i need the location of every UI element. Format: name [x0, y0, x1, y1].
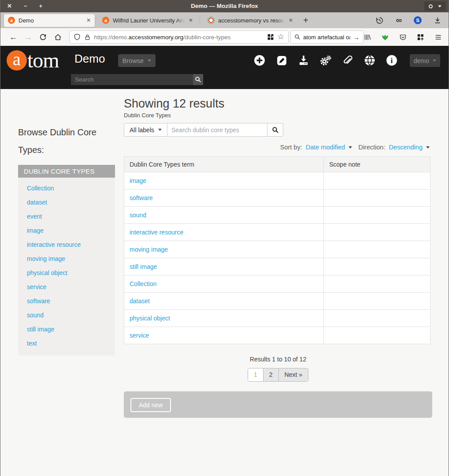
- toolbar-right-icons: [364, 33, 449, 41]
- scope-note-cell: [324, 310, 430, 327]
- menu-item: interactive resource: [18, 238, 115, 252]
- global-search: [71, 74, 203, 85]
- tab-close-icon[interactable]: ✕: [189, 17, 193, 23]
- titlebar-menu[interactable]: [424, 1, 446, 11]
- menu-item-link[interactable]: moving image: [27, 255, 65, 262]
- atom-favicon-icon: a: [8, 17, 15, 24]
- library-icon[interactable]: [364, 33, 371, 41]
- admin-gears-icon[interactable]: [320, 55, 331, 66]
- sort-by-value-link[interactable]: Date modified: [306, 144, 345, 151]
- pocket-icon[interactable]: [399, 33, 407, 41]
- term-link[interactable]: software: [130, 194, 153, 201]
- resourcespace-favicon-icon: [208, 17, 215, 24]
- menu-item-link[interactable]: software: [27, 298, 50, 305]
- filter-search-button[interactable]: [267, 123, 283, 137]
- global-search-input[interactable]: [71, 74, 193, 85]
- menu-item: physical object: [18, 266, 115, 280]
- new-tab-button[interactable]: +: [303, 15, 308, 26]
- results-main: Showing 12 results Dublin Core Types All…: [124, 97, 432, 418]
- filter-search-input[interactable]: [167, 123, 267, 137]
- url-bar[interactable]: https://demo.accesstomemory.org/dublin-c…: [69, 30, 289, 44]
- sort-by-label: Sort by:: [280, 144, 302, 151]
- next-page-link[interactable]: Next »: [278, 368, 308, 381]
- extensions-grid-plus-icon[interactable]: [417, 33, 424, 41]
- menu-item-link[interactable]: physical object: [27, 269, 67, 276]
- home-button[interactable]: [51, 33, 66, 41]
- info-icon[interactable]: i: [386, 55, 397, 66]
- menu-item-link[interactable]: image: [27, 227, 44, 234]
- language-globe-icon[interactable]: [364, 55, 375, 66]
- tab-close-icon[interactable]: ✕: [289, 17, 293, 23]
- all-labels-dropdown[interactable]: All labels: [124, 123, 167, 137]
- tab-demo[interactable]: a Demo ✕: [4, 14, 95, 27]
- menu-item-link[interactable]: text: [27, 340, 37, 347]
- add-new-button[interactable]: Add new: [130, 398, 171, 412]
- lock-icon[interactable]: [84, 34, 91, 41]
- import-icon[interactable]: [298, 55, 309, 66]
- term-link[interactable]: Collection: [130, 280, 156, 287]
- edit-icon[interactable]: [276, 55, 287, 66]
- atom-logo[interactable]: a tom: [7, 50, 59, 71]
- menu-item-link[interactable]: service: [27, 283, 46, 290]
- url-text: https://demo.accesstomemory.org/dublin-c…: [94, 34, 263, 41]
- clipboard-paperclip-icon[interactable]: [342, 55, 353, 66]
- term-link[interactable]: still image: [130, 263, 157, 270]
- tracking-shield-icon[interactable]: [74, 33, 81, 41]
- term-link[interactable]: physical object: [130, 315, 170, 322]
- menu-item-link[interactable]: dataset: [27, 199, 47, 206]
- tab-accesstomemory-vs-resourcespace[interactable]: accesstomemory vs resourcespac ✕: [204, 14, 297, 27]
- screenshot-grid-icon[interactable]: [267, 33, 274, 41]
- table-row: image: [124, 172, 430, 190]
- menu-item: moving image: [18, 252, 115, 266]
- sidebar-heading: Browse Dublin Core Types:: [18, 123, 115, 159]
- tab-close-icon[interactable]: ✕: [86, 17, 91, 23]
- tab-label: Demo: [19, 17, 83, 24]
- forward-button[interactable]: →: [21, 33, 36, 42]
- menu-item-link[interactable]: interactive resource: [27, 241, 81, 248]
- scope-note-cell: [324, 275, 430, 293]
- term-link[interactable]: moving image: [130, 246, 168, 253]
- scope-note-cell: [324, 207, 430, 224]
- user-menu-button[interactable]: demo: [410, 54, 440, 67]
- hamburger-menu-icon[interactable]: [434, 33, 442, 41]
- direction-value-link[interactable]: Descending: [389, 144, 423, 151]
- scope-note-cell: [324, 293, 430, 310]
- menu-item-link[interactable]: Collection: [27, 185, 54, 192]
- term-link[interactable]: sound: [130, 212, 146, 219]
- atom-logo-tom: tom: [27, 50, 59, 71]
- window-title: Demo — Mozilla Firefox: [0, 0, 449, 12]
- firefox-view-infinity-icon[interactable]: ∞: [396, 16, 402, 24]
- downloads-icon[interactable]: [434, 16, 442, 24]
- table-row: Collection: [124, 275, 430, 293]
- term-link[interactable]: interactive resource: [130, 229, 183, 236]
- global-search-button[interactable]: [193, 74, 203, 85]
- bookmark-star-icon[interactable]: ☆: [278, 33, 284, 41]
- menu-item-link[interactable]: event: [27, 213, 42, 220]
- results-table: Dublin Core Types term Scope note image …: [124, 156, 430, 344]
- term-link[interactable]: dataset: [130, 298, 150, 305]
- add-icon[interactable]: [254, 55, 265, 66]
- page-2-link[interactable]: 2: [263, 368, 278, 381]
- menu-item: still image: [18, 322, 115, 336]
- back-button[interactable]: ←: [6, 33, 21, 42]
- menu-item-link[interactable]: still image: [27, 326, 54, 333]
- fox-extension-icon[interactable]: [381, 33, 389, 41]
- menu-item: software: [18, 294, 115, 308]
- menu-title: DUBLIN CORE TYPES: [18, 165, 115, 178]
- search-go-arrow-icon[interactable]: →: [353, 33, 360, 41]
- toolbar-search-input[interactable]: [303, 34, 350, 41]
- term-link[interactable]: image: [130, 177, 146, 184]
- tab-wilfrid-laurier[interactable]: a Wilfrid Laurier University Archives ✕: [98, 14, 197, 27]
- browse-menu-button[interactable]: Browse: [118, 54, 156, 67]
- site-title[interactable]: Demo: [74, 52, 105, 66]
- toolbar-search[interactable]: →: [290, 30, 364, 44]
- scope-note-cell: [324, 172, 430, 190]
- reload-button[interactable]: [36, 33, 51, 41]
- chevron-down-icon[interactable]: [349, 146, 352, 149]
- term-link[interactable]: service: [130, 332, 149, 339]
- extension-s-icon[interactable]: S: [414, 16, 422, 24]
- page-1-current[interactable]: 1: [248, 368, 263, 381]
- history-icon[interactable]: [375, 16, 384, 25]
- menu-item-link[interactable]: sound: [27, 312, 44, 319]
- chevron-down-icon[interactable]: [426, 146, 430, 149]
